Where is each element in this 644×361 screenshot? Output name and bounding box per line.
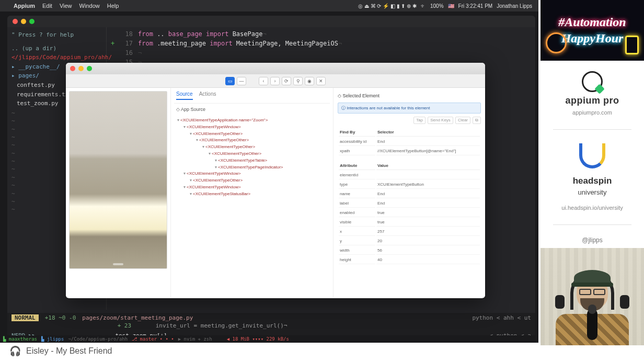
search-icon[interactable]: ⚲ bbox=[293, 77, 303, 85]
twitter-handle: @jlipps bbox=[582, 236, 603, 244]
status-diff-count: + 23 bbox=[118, 322, 132, 329]
nerdtree-root[interactable]: </jlipps/Code/appium_pro/ahh/ bbox=[12, 53, 102, 62]
wifi-icon[interactable]: ᯤ bbox=[421, 3, 426, 9]
presenter-avatar bbox=[553, 267, 631, 345]
tmux-statusbar: ▙ maaxtheras ▙ jlipps ~/Code/appium-pro/… bbox=[0, 335, 536, 343]
forward-icon[interactable]: › bbox=[270, 77, 280, 85]
tmux-user: ▙ jlipps bbox=[41, 336, 64, 342]
device-screenshot[interactable] bbox=[69, 91, 167, 269]
tab-actions[interactable]: Actions bbox=[199, 91, 216, 100]
attribute-table: AttributeValue elementIdtypeXCUIElementT… bbox=[338, 161, 481, 265]
tree-node[interactable]: ▾<XCUIElementTypeOther> bbox=[177, 177, 327, 184]
tree-node[interactable]: ▾<XCUIElementTypeApplication name="Zoom"… bbox=[177, 117, 327, 124]
tree-node[interactable]: ▾<XCUIElementTypeStatusBar> bbox=[177, 191, 327, 198]
back-icon[interactable]: ‹ bbox=[259, 77, 268, 85]
minimize-button[interactable] bbox=[21, 19, 26, 24]
tmux-git: ⎇ master • • • bbox=[132, 336, 174, 342]
status-file-path: pages/zoom/start_meeting_page.py bbox=[82, 314, 193, 321]
menu-help[interactable]: Help bbox=[107, 3, 119, 9]
table-row[interactable]: y20 bbox=[339, 237, 480, 245]
tap-button[interactable]: Tap bbox=[413, 117, 426, 124]
tmux-session: ▙ maaxtheras bbox=[3, 336, 37, 342]
status-icons[interactable]: ◎ ⏏ ⌘ ⟳ ⚡ ◧ ▮ ⬆ ⊕ ✱ bbox=[358, 3, 417, 9]
code-line[interactable]: 16¬ bbox=[111, 48, 531, 58]
status-code-preview: invite_url = meeting.get_invite_url()¬ bbox=[156, 322, 288, 329]
git-stats: +18 ~0 -0 bbox=[45, 314, 76, 321]
tmux-path: ~/Code/appium-pro/ahh bbox=[68, 336, 128, 342]
menubar-app-name[interactable]: Appium bbox=[14, 3, 35, 9]
table-row[interactable]: height40 bbox=[339, 256, 480, 264]
battery-percent: 100% bbox=[430, 3, 444, 9]
status-branch: ahh bbox=[503, 314, 514, 321]
banner-line2: HappyHour bbox=[561, 31, 624, 46]
appium-inspector-window[interactable]: ▭ — ‹ › ⟳ ⚲ ◉ ✕ Source Actions ◇ App Sou… bbox=[66, 63, 485, 298]
quit-icon[interactable]: ✕ bbox=[316, 77, 326, 85]
tmux-stats: ◀ 18 MiB ▾▾▾▾ 229 kB/s bbox=[227, 336, 289, 342]
close-button[interactable] bbox=[70, 66, 75, 71]
appium-pro-url: appiumpro.com bbox=[572, 109, 612, 116]
table-row[interactable]: elementId bbox=[339, 171, 480, 179]
headspin-block: headspin university ui.headspin.io/unive… bbox=[561, 133, 623, 221]
table-row[interactable]: nameEnd bbox=[339, 190, 480, 198]
automation-happyhour-banner: #Automation HappyHour bbox=[540, 0, 644, 61]
window-controls bbox=[7, 16, 535, 27]
app-source-header: ◇ App Source bbox=[174, 104, 330, 115]
now-playing-bar: 🎧 Eisley - My Best Friend bbox=[9, 345, 112, 357]
swipe-tool-icon[interactable]: — bbox=[237, 77, 246, 85]
copy-icon[interactable]: ⧉ bbox=[473, 117, 481, 124]
close-button[interactable] bbox=[13, 19, 18, 24]
minimize-button[interactable] bbox=[78, 66, 84, 71]
now-playing-title: Eisley - My Best Friend bbox=[26, 346, 112, 356]
selected-element-header: ◇ Selected Element bbox=[338, 91, 481, 100]
tree-node[interactable]: ▾<XCUIElementTypeWindow> bbox=[177, 184, 327, 191]
status-lang: python bbox=[472, 314, 493, 321]
table-row[interactable]: xpath//XCUIElementTypeButton[@name="End"… bbox=[339, 147, 480, 155]
tree-node[interactable]: ▾<XCUIElementTypeOther> bbox=[177, 151, 327, 157]
menu-window[interactable]: Window bbox=[79, 3, 100, 9]
tab-source[interactable]: Source bbox=[176, 91, 193, 100]
interactions-not-available-alert: ⓘ Interactions are not available for thi… bbox=[338, 103, 481, 114]
element-tree[interactable]: ▾<XCUIElementTypeApplication name="Zoom"… bbox=[174, 115, 330, 200]
headspin-logo-icon bbox=[579, 143, 605, 168]
banner-line1: #Automation bbox=[558, 15, 626, 29]
zoom-button[interactable] bbox=[87, 66, 92, 71]
table-row[interactable]: typeXCUIElementTypeButton bbox=[339, 180, 480, 189]
webcam-feed bbox=[540, 248, 644, 345]
menubar-right: ◎ ⏏ ⌘ ⟳ ⚡ ◧ ▮ ⬆ ⊕ ✱ ᯤ 100% 🇺🇸 Fri 3:22:4… bbox=[358, 3, 532, 9]
appium-pro-block: appium pro appiumpro.com bbox=[566, 61, 619, 126]
refresh-icon[interactable]: ⟳ bbox=[282, 77, 291, 85]
record-icon[interactable]: ◉ bbox=[305, 77, 314, 85]
table-row[interactable]: enabledtrue bbox=[339, 209, 480, 217]
gear-icon bbox=[546, 32, 567, 53]
attribute-col-header: Attribute bbox=[339, 162, 375, 170]
menubar-user[interactable]: Jonathan Lipps bbox=[497, 3, 532, 9]
tree-node[interactable]: ▾<XCUIElementTypeWindow> bbox=[177, 124, 327, 131]
tree-node[interactable]: ▾<XCUIElementTypePageIndicator> bbox=[177, 164, 327, 171]
tree-node[interactable]: ▾<XCUIElementTypeOther> bbox=[177, 137, 327, 144]
tree-node[interactable]: ▾<XCUIElementTypeOther> bbox=[177, 144, 327, 151]
menu-view[interactable]: View bbox=[60, 3, 72, 9]
table-row[interactable]: visibletrue bbox=[339, 218, 480, 227]
select-tool-icon[interactable]: ▭ bbox=[225, 77, 235, 85]
headspin-name: headspin bbox=[573, 176, 612, 186]
separator bbox=[553, 224, 631, 225]
headspin-subtitle: university bbox=[578, 188, 607, 196]
tree-node[interactable]: ▾<XCUIElementTypeWindow> bbox=[177, 171, 327, 177]
code-line[interactable]: +17from .meeting_page import MeetingPage… bbox=[111, 39, 531, 48]
clear-button[interactable]: Clear bbox=[455, 117, 470, 124]
table-row[interactable]: x257 bbox=[339, 228, 480, 236]
tree-node[interactable]: ▾<XCUIElementTypeTable> bbox=[177, 157, 327, 164]
nerdtree-updir[interactable]: .. (up a dir) bbox=[12, 44, 102, 53]
flag-icon[interactable]: 🇺🇸 bbox=[448, 3, 454, 9]
send-keys-button[interactable]: Send Keys bbox=[428, 117, 453, 124]
table-row[interactable]: labelEnd bbox=[339, 199, 480, 208]
menu-edit[interactable]: Edit bbox=[42, 3, 52, 9]
code-line[interactable]: 18from .. base_page import BasePage¬ bbox=[111, 29, 531, 39]
zoom-button[interactable] bbox=[29, 19, 34, 24]
table-row[interactable]: width56 bbox=[339, 246, 480, 255]
tree-node[interactable]: ▾<XCUIElementTypeOther> bbox=[177, 131, 327, 138]
menubar-clock[interactable]: Fri 3:22:41 PM bbox=[458, 3, 493, 9]
table-row[interactable]: accessibility idEnd bbox=[339, 138, 480, 146]
selector-col-header: Selector bbox=[376, 128, 480, 137]
beer-mug-icon bbox=[625, 36, 639, 54]
